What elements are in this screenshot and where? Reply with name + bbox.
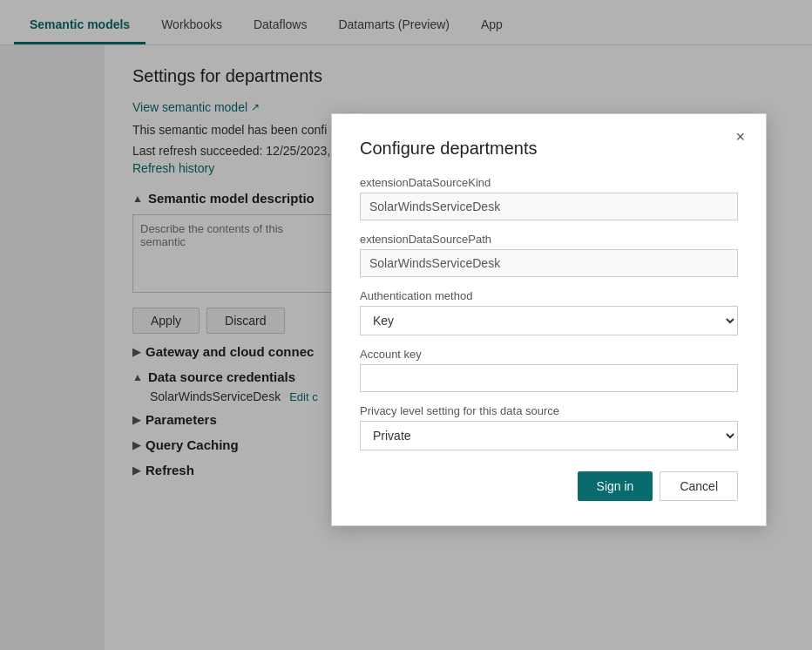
modal-title: Configure departments: [360, 139, 738, 159]
auth-method-label: Authentication method: [360, 289, 738, 302]
extension-source-kind-label: extensionDataSourceKind: [360, 176, 738, 189]
privacy-level-label: Privacy level setting for this data sour…: [360, 404, 738, 417]
extension-source-kind-group: extensionDataSourceKind: [360, 176, 738, 220]
extension-source-kind-input[interactable]: [360, 193, 738, 220]
account-key-input[interactable]: [360, 364, 738, 392]
extension-source-path-group: extensionDataSourcePath: [360, 233, 738, 277]
modal-footer: Sign in Cancel: [360, 471, 738, 501]
privacy-level-group: Privacy level setting for this data sour…: [360, 404, 738, 450]
account-key-group: Account key: [360, 348, 738, 392]
auth-method-select[interactable]: Key OAuth2 Anonymous: [360, 306, 738, 335]
modal-close-button[interactable]: ×: [728, 125, 752, 150]
auth-method-group: Authentication method Key OAuth2 Anonymo…: [360, 289, 738, 335]
extension-source-path-label: extensionDataSourcePath: [360, 233, 738, 246]
account-key-label: Account key: [360, 348, 738, 361]
extension-source-path-input[interactable]: [360, 249, 738, 277]
cancel-button[interactable]: Cancel: [660, 471, 738, 501]
sign-in-button[interactable]: Sign in: [578, 471, 653, 501]
privacy-level-select[interactable]: Private Organizational Public None: [360, 421, 738, 450]
configure-modal: × Configure departments extensionDataSou…: [331, 113, 767, 526]
